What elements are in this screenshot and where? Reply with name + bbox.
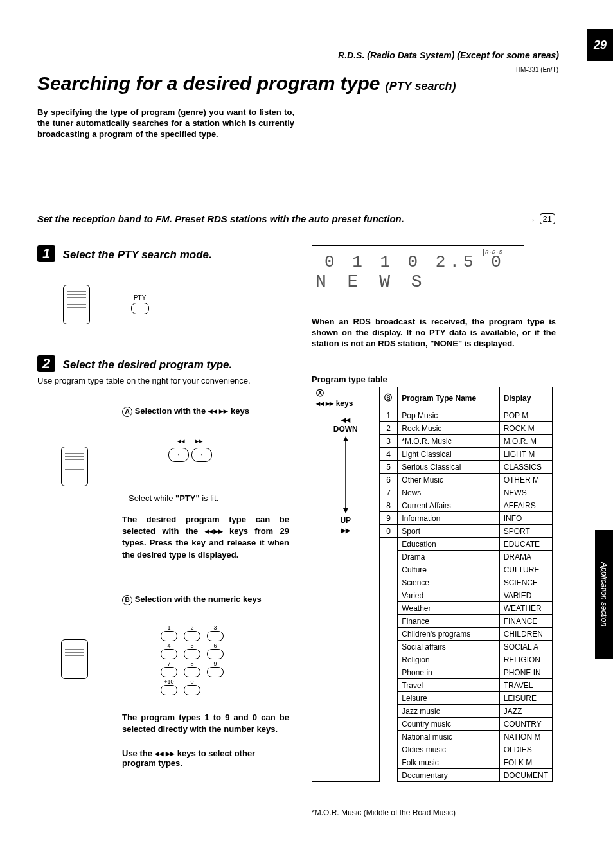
table-name-cell: News xyxy=(398,486,499,499)
table-num-cell xyxy=(379,743,398,756)
svg-marker-2 xyxy=(343,508,348,513)
step-2-number: 2 xyxy=(37,355,55,372)
table-name-cell: Leisure xyxy=(398,692,499,705)
set-band-instruction: Set the reception band to FM. Preset RDS… xyxy=(37,213,532,224)
table-num-cell xyxy=(379,769,398,782)
table-num-cell xyxy=(379,576,398,589)
step-2-title: Select the desired program type. xyxy=(63,359,233,371)
svg-marker-1 xyxy=(343,436,348,441)
table-num-cell xyxy=(379,615,398,628)
table-name-cell: Education xyxy=(398,538,499,551)
table-name-cell: *M.O.R. Music xyxy=(398,435,499,448)
table-name-cell: Drama xyxy=(398,551,499,563)
table-name-cell: Children's programs xyxy=(398,628,499,641)
table-display-cell: FINANCE xyxy=(499,615,552,628)
table-num-cell xyxy=(379,705,398,718)
table-header-keys: Ⓐ◂◂ ▸▸ keys xyxy=(312,387,380,409)
table-header-name: Program Type Name xyxy=(398,387,499,409)
selection-b-note-1: The program types 1 to 9 and 0 can be se… xyxy=(122,712,289,735)
table-num-cell: 0 xyxy=(379,525,398,538)
circled-a-icon: A xyxy=(122,407,132,417)
table-display-cell: AFFAIRS xyxy=(499,499,552,512)
selection-b-note-2: Use the ◂◂ ▸▸ keys to select other progr… xyxy=(122,748,289,768)
table-num-cell: 4 xyxy=(379,448,398,461)
table-display-cell: LIGHT M xyxy=(499,448,552,461)
table-num-cell xyxy=(379,718,398,731)
table-name-cell: Current Affairs xyxy=(398,499,499,512)
table-display-cell: JAZZ xyxy=(499,705,552,718)
circled-b-icon: B xyxy=(122,595,132,605)
remote-control-icon xyxy=(61,447,88,486)
title-sub: (PTY search) xyxy=(386,80,456,93)
table-num-cell xyxy=(379,602,398,615)
table-display-cell: SPORT xyxy=(499,525,552,538)
table-num-cell: 2 xyxy=(379,422,398,435)
table-name-cell: Varied xyxy=(398,589,499,602)
section-side-tab: Application section xyxy=(595,530,613,659)
table-display-cell: SCIENCE xyxy=(499,576,552,589)
table-name-cell: Other Music xyxy=(398,474,499,486)
table-name-cell: Folk music xyxy=(398,756,499,769)
table-num-cell xyxy=(379,538,398,551)
table-header-display: Display xyxy=(499,387,552,409)
table-display-cell: POP M xyxy=(499,409,552,422)
table-name-cell: Finance xyxy=(398,615,499,628)
table-display-cell: EDUCATE xyxy=(499,538,552,551)
step-2-intro: Use program type table on the right for … xyxy=(37,376,294,385)
table-name-cell: Sport xyxy=(398,525,499,538)
selection-b-text: Selection with the numeric keys xyxy=(135,594,262,604)
page-title: Searching for a desired program type (PT… xyxy=(37,73,456,94)
table-num-cell xyxy=(379,589,398,602)
table-name-cell: Light Classical xyxy=(398,448,499,461)
table-num-cell xyxy=(379,628,398,641)
table-name-cell: Phone in xyxy=(398,666,499,679)
table-display-cell: CULTURE xyxy=(499,563,552,576)
table-display-cell: VARIED xyxy=(499,589,552,602)
table-num-cell: 7 xyxy=(379,486,398,499)
table-display-cell: DRAMA xyxy=(499,551,552,563)
table-display-cell: RELIGION xyxy=(499,653,552,666)
table-display-cell: FOLK M xyxy=(499,756,552,769)
table-num-cell: 3 xyxy=(379,435,398,448)
display-line-2: N E W S xyxy=(312,272,524,292)
table-num-cell: 6 xyxy=(379,474,398,486)
table-num-cell xyxy=(379,641,398,653)
table-display-cell: WEATHER xyxy=(499,602,552,615)
program-type-table-title: Program type table xyxy=(312,375,387,384)
table-num-cell xyxy=(379,692,398,705)
selection-a-text: Selection with the ◂◂ ▸▸ keys xyxy=(135,406,249,416)
numeric-keypad-diagram: 123 456 789 +100 xyxy=(161,623,224,696)
table-name-cell: Oldies music xyxy=(398,743,499,756)
table-name-cell: Country music xyxy=(398,718,499,731)
table-num-cell xyxy=(379,551,398,563)
table-display-cell: OTHER M xyxy=(499,474,552,486)
table-footnote: *M.O.R. Music (Middle of the Road Music) xyxy=(312,808,456,817)
table-display-cell: ROCK M xyxy=(499,422,552,435)
table-name-cell: Pop Music xyxy=(398,409,499,422)
table-name-cell: National music xyxy=(398,731,499,743)
table-name-cell: Rock Music xyxy=(398,422,499,435)
table-name-cell: Culture xyxy=(398,563,499,576)
tuner-display-diagram: R·D·S 0 1 1 0 2.5 0 N E W S xyxy=(312,245,524,314)
table-display-cell: OLDIES xyxy=(499,743,552,756)
table-num-cell: 8 xyxy=(379,499,398,512)
table-display-cell: DOCUMENT xyxy=(499,769,552,782)
rds-indicator: R·D·S xyxy=(483,249,504,256)
display-note: When an RDS broadcast is received, the p… xyxy=(312,317,556,350)
table-display-cell: LEISURE xyxy=(499,692,552,705)
table-name-cell: Information xyxy=(398,512,499,525)
table-name-cell: Serious Classical xyxy=(398,461,499,474)
table-name-cell: Weather xyxy=(398,602,499,615)
intro-paragraph: By specifying the type of program (genre… xyxy=(37,107,294,140)
table-name-cell: Documentary xyxy=(398,769,499,782)
program-type-table: Ⓐ◂◂ ▸▸ keys Ⓑ Program Type Name Display … xyxy=(312,387,553,782)
table-row: ◂◂DOWNUP▸▸1Pop MusicPOP M xyxy=(312,409,553,422)
table-name-cell: Social affairs xyxy=(398,641,499,653)
remote-control-icon xyxy=(63,285,90,324)
selection-a-note-1: Select while "PTY" is lit. xyxy=(129,493,218,503)
page-number-tab: 29 xyxy=(587,29,613,61)
keys-direction-cell: ◂◂DOWNUP▸▸ xyxy=(312,409,380,782)
table-display-cell: CLASSICS xyxy=(499,461,552,474)
selection-a-label: A Selection with the ◂◂ ▸▸ keys xyxy=(122,406,289,417)
table-display-cell: TRAVEL xyxy=(499,679,552,692)
